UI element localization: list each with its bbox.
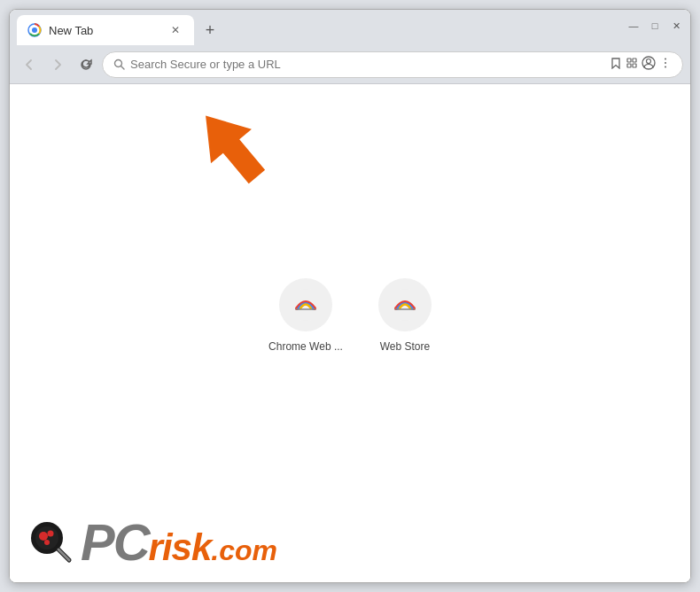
active-tab[interactable]: New Tab ✕ <box>17 15 194 45</box>
minimize-button[interactable]: — <box>626 19 641 33</box>
pc-text: PC <box>81 517 149 568</box>
svg-rect-6 <box>627 64 631 67</box>
tab-close-button[interactable]: ✕ <box>167 22 183 38</box>
svg-line-22 <box>58 549 69 560</box>
svg-point-19 <box>48 531 54 537</box>
new-tab-button[interactable]: + <box>198 18 222 43</box>
pcrisk-brand-text: PC risk .com <box>81 517 277 568</box>
shortcut-icon-web-store <box>378 278 432 331</box>
browser-toolbar <box>10 45 690 84</box>
pcrisk-logo-icon <box>27 518 75 566</box>
watermark: PC risk .com <box>10 502 690 582</box>
svg-point-11 <box>665 62 666 64</box>
url-input[interactable] <box>130 58 604 71</box>
shortcut-web-store[interactable]: Web Store <box>378 278 432 353</box>
profile-icon[interactable] <box>642 56 656 74</box>
svg-rect-5 <box>633 58 636 62</box>
svg-point-9 <box>647 58 651 63</box>
svg-marker-13 <box>185 102 277 191</box>
svg-point-10 <box>665 58 666 59</box>
shortcut-icon-chrome-web <box>279 278 332 331</box>
svg-point-12 <box>665 66 666 67</box>
browser-window: New Tab ✕ + — □ ✕ <box>9 9 691 583</box>
shortcut-label-chrome-web: Chrome Web ... <box>268 340 343 353</box>
maximize-button[interactable]: □ <box>648 19 662 33</box>
arrow-annotation <box>183 102 289 199</box>
title-bar: New Tab ✕ + — □ ✕ <box>10 10 690 45</box>
tab-favicon <box>27 23 42 37</box>
menu-icon[interactable] <box>659 57 672 73</box>
forward-button[interactable] <box>45 52 70 77</box>
svg-point-20 <box>44 540 50 545</box>
extensions-icon[interactable] <box>626 57 638 73</box>
window-controls: — □ ✕ <box>626 19 683 33</box>
shortcuts-area: Chrome Web ... Web Store <box>268 278 432 353</box>
svg-line-3 <box>121 66 125 70</box>
svg-rect-7 <box>633 64 636 67</box>
close-button[interactable]: ✕ <box>669 19 683 33</box>
back-button[interactable] <box>17 52 42 77</box>
risk-text: risk <box>149 529 212 566</box>
address-bar[interactable] <box>102 51 683 78</box>
page-content: Chrome Web ... Web Store <box>10 84 690 582</box>
shortcut-chrome-web[interactable]: Chrome Web ... <box>268 278 343 353</box>
shortcut-label-web-store: Web Store <box>380 340 430 353</box>
reload-button[interactable] <box>74 52 98 77</box>
svg-point-18 <box>39 532 48 541</box>
svg-point-1 <box>32 27 37 33</box>
tab-title: New Tab <box>49 24 160 37</box>
bookmark-icon[interactable] <box>610 57 622 73</box>
domain-text: .com <box>211 534 277 567</box>
search-icon <box>113 58 125 70</box>
svg-rect-4 <box>627 58 631 62</box>
